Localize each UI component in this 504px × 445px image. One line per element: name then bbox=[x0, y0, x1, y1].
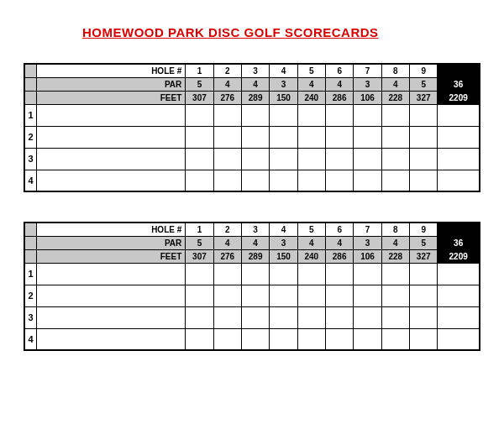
score-cell[interactable] bbox=[381, 263, 409, 285]
score-cell[interactable] bbox=[297, 328, 325, 350]
score-cell[interactable] bbox=[325, 328, 353, 350]
player-name-cell[interactable] bbox=[37, 104, 186, 126]
hole-num: 6 bbox=[325, 222, 353, 236]
player-name-cell[interactable] bbox=[37, 126, 186, 148]
score-cell[interactable] bbox=[325, 285, 353, 306]
score-cell[interactable] bbox=[410, 306, 438, 328]
score-cell[interactable] bbox=[325, 126, 353, 148]
par-val: 4 bbox=[213, 236, 241, 249]
player-num: 2 bbox=[24, 126, 37, 148]
score-cell[interactable] bbox=[241, 170, 269, 191]
score-cell[interactable] bbox=[410, 170, 438, 191]
score-cell[interactable] bbox=[325, 148, 353, 170]
score-cell[interactable] bbox=[213, 328, 241, 350]
player-total-cell[interactable] bbox=[438, 285, 480, 306]
score-cell[interactable] bbox=[354, 170, 381, 191]
score-cell[interactable] bbox=[410, 126, 438, 148]
player-total-cell[interactable] bbox=[438, 263, 480, 285]
score-cell[interactable] bbox=[381, 104, 409, 126]
score-cell[interactable] bbox=[297, 263, 325, 285]
score-cell[interactable] bbox=[297, 148, 325, 170]
player-total-cell[interactable] bbox=[438, 170, 480, 191]
score-cell[interactable] bbox=[297, 126, 325, 148]
player-total-cell[interactable] bbox=[438, 328, 480, 350]
player-name-cell[interactable] bbox=[37, 263, 186, 285]
score-cell[interactable] bbox=[297, 170, 325, 191]
score-cell[interactable] bbox=[270, 104, 297, 126]
score-cell[interactable] bbox=[186, 328, 213, 350]
score-cell[interactable] bbox=[325, 170, 353, 191]
par-val: 4 bbox=[213, 77, 241, 91]
score-cell[interactable] bbox=[213, 126, 241, 148]
score-cell[interactable] bbox=[241, 126, 269, 148]
score-cell[interactable] bbox=[270, 285, 297, 306]
score-cell[interactable] bbox=[186, 126, 213, 148]
feet-total: 2209 bbox=[438, 249, 480, 263]
score-cell[interactable] bbox=[186, 170, 213, 191]
score-cell[interactable] bbox=[354, 263, 381, 285]
score-cell[interactable] bbox=[325, 104, 353, 126]
score-cell[interactable] bbox=[270, 306, 297, 328]
score-cell[interactable] bbox=[297, 104, 325, 126]
player-name-cell[interactable] bbox=[37, 306, 186, 328]
player-total-cell[interactable] bbox=[438, 104, 480, 126]
score-cell[interactable] bbox=[410, 104, 438, 126]
score-cell[interactable] bbox=[410, 328, 438, 350]
score-cell[interactable] bbox=[297, 285, 325, 306]
player-total-cell[interactable] bbox=[438, 148, 480, 170]
score-cell[interactable] bbox=[186, 263, 213, 285]
score-cell[interactable] bbox=[297, 306, 325, 328]
feet-val: 276 bbox=[213, 249, 241, 263]
score-cell[interactable] bbox=[410, 285, 438, 306]
score-cell[interactable] bbox=[325, 306, 353, 328]
score-cell[interactable] bbox=[213, 263, 241, 285]
score-cell[interactable] bbox=[213, 170, 241, 191]
score-cell[interactable] bbox=[241, 148, 269, 170]
feet-val: 228 bbox=[381, 249, 409, 263]
score-cell[interactable] bbox=[241, 328, 269, 350]
score-cell[interactable] bbox=[213, 148, 241, 170]
score-cell[interactable] bbox=[186, 285, 213, 306]
score-cell[interactable] bbox=[354, 126, 381, 148]
score-cell[interactable] bbox=[270, 328, 297, 350]
score-cell[interactable] bbox=[354, 148, 381, 170]
score-cell[interactable] bbox=[381, 126, 409, 148]
score-cell[interactable] bbox=[410, 263, 438, 285]
feet-val: 307 bbox=[186, 249, 213, 263]
player-name-cell[interactable] bbox=[37, 285, 186, 306]
score-cell[interactable] bbox=[410, 148, 438, 170]
player-total-cell[interactable] bbox=[438, 306, 480, 328]
score-cell[interactable] bbox=[354, 104, 381, 126]
player-name-cell[interactable] bbox=[37, 148, 186, 170]
score-cell[interactable] bbox=[381, 328, 409, 350]
scorecard-table: HOLE # 1 2 3 4 5 6 7 8 9 PAR 5 4 4 3 4 4… bbox=[24, 222, 480, 351]
score-cell[interactable] bbox=[381, 285, 409, 306]
score-cell[interactable] bbox=[270, 148, 297, 170]
player-name-cell[interactable] bbox=[37, 170, 186, 191]
score-cell[interactable] bbox=[270, 263, 297, 285]
score-cell[interactable] bbox=[381, 170, 409, 191]
score-cell[interactable] bbox=[325, 263, 353, 285]
player-name-cell[interactable] bbox=[37, 328, 186, 350]
score-cell[interactable] bbox=[381, 148, 409, 170]
par-val: 4 bbox=[297, 236, 325, 249]
score-cell[interactable] bbox=[241, 263, 269, 285]
feet-val: 286 bbox=[325, 249, 353, 263]
score-cell[interactable] bbox=[241, 285, 269, 306]
score-cell[interactable] bbox=[270, 170, 297, 191]
score-cell[interactable] bbox=[213, 104, 241, 126]
score-cell[interactable] bbox=[241, 104, 269, 126]
score-cell[interactable] bbox=[241, 306, 269, 328]
score-cell[interactable] bbox=[186, 104, 213, 126]
score-cell[interactable] bbox=[213, 306, 241, 328]
player-total-cell[interactable] bbox=[438, 126, 480, 148]
score-cell[interactable] bbox=[186, 148, 213, 170]
score-cell[interactable] bbox=[354, 306, 381, 328]
score-cell[interactable] bbox=[354, 285, 381, 306]
hole-num: 5 bbox=[297, 222, 325, 236]
score-cell[interactable] bbox=[270, 126, 297, 148]
score-cell[interactable] bbox=[381, 306, 409, 328]
score-cell[interactable] bbox=[186, 306, 213, 328]
score-cell[interactable] bbox=[354, 328, 381, 350]
score-cell[interactable] bbox=[213, 285, 241, 306]
